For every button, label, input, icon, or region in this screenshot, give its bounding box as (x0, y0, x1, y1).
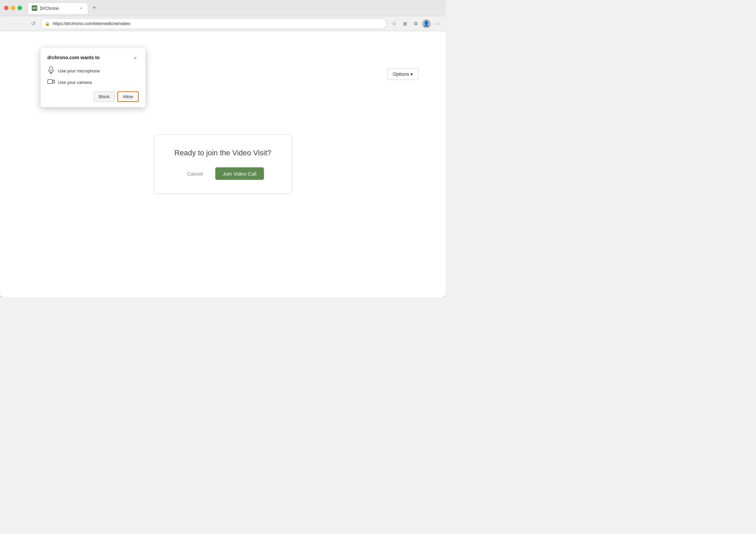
permission-popup: drchrono.com wants to × Use your microph… (41, 48, 145, 107)
nav-bar: ‹ › ↺ 🔒 ☆ ⊞ ⧉ 👤 ⋯ (0, 16, 446, 31)
forward-button[interactable]: › (16, 19, 26, 28)
more-options-icon[interactable]: ⋯ (432, 19, 442, 28)
tab-close-button[interactable]: × (78, 5, 84, 11)
maximize-window-button[interactable] (18, 6, 22, 10)
browser-window: dr DrChrono × + ‹ › ↺ 🔒 ☆ ⊞ ⧉ 👤 (0, 0, 446, 297)
video-visit-card: Ready to join the Video Visit? Cancel Jo… (154, 135, 292, 194)
join-video-call-button[interactable]: Join Video Call (215, 168, 264, 180)
svg-rect-3 (48, 80, 52, 84)
popup-permissions: Use your microphone Use your camera (47, 66, 139, 86)
popup-title: drchrono.com wants to (47, 55, 100, 60)
extensions-icon[interactable]: ⧉ (411, 19, 421, 28)
camera-icon (47, 79, 55, 86)
active-tab[interactable]: dr DrChrono × (27, 2, 88, 14)
bookmark-icon[interactable]: ☆ (389, 19, 399, 28)
svg-rect-0 (50, 67, 52, 71)
tab-title: DrChrono (40, 6, 76, 11)
camera-permission-item: Use your camera (47, 79, 139, 86)
microphone-permission-label: Use your microphone (58, 68, 100, 73)
address-bar[interactable] (53, 21, 382, 26)
options-button[interactable]: Options ▾ (387, 68, 419, 80)
block-button[interactable]: Block (94, 91, 115, 102)
back-button[interactable]: ‹ (4, 19, 14, 28)
nav-actions: ☆ ⊞ ⧉ 👤 ⋯ (389, 19, 442, 28)
microphone-icon (47, 66, 55, 75)
allow-button[interactable]: Allow (117, 91, 139, 102)
tab-bar: dr DrChrono × + (27, 2, 442, 14)
popup-header: drchrono.com wants to × (47, 55, 139, 62)
microphone-permission-item: Use your microphone (47, 66, 139, 75)
minimize-window-button[interactable] (11, 6, 15, 10)
traffic-lights (4, 6, 22, 10)
tab-favicon: dr (32, 5, 37, 11)
page-content: ed Options ▾ drchrono.com wants to × (0, 31, 446, 297)
popup-actions: Block Allow (47, 91, 139, 102)
collections-icon[interactable]: ⊞ (400, 19, 410, 28)
card-title: Ready to join the Video Visit? (174, 149, 271, 157)
popup-close-button[interactable]: × (132, 55, 139, 62)
camera-permission-label: Use your camera (58, 80, 92, 85)
reload-button[interactable]: ↺ (28, 19, 38, 28)
address-bar-wrapper: 🔒 (41, 18, 387, 29)
profile-button[interactable]: 👤 (422, 19, 431, 28)
cancel-button[interactable]: Cancel (182, 168, 209, 179)
card-actions: Cancel Join Video Call (174, 168, 271, 180)
title-bar: dr DrChrono × + (0, 0, 446, 16)
lock-icon: 🔒 (45, 21, 50, 26)
close-window-button[interactable] (4, 6, 8, 10)
new-tab-button[interactable]: + (90, 3, 99, 13)
